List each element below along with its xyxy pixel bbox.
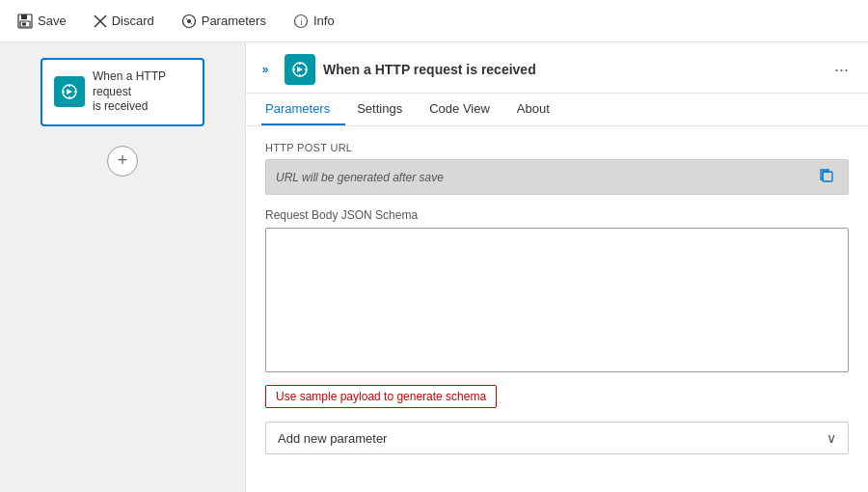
save-label: Save [38, 14, 67, 28]
svg-rect-22 [823, 172, 832, 181]
more-options-button[interactable]: ··· [830, 61, 853, 78]
svg-point-19 [305, 68, 307, 70]
parameters-label: Parameters [202, 14, 266, 28]
copy-url-button[interactable] [815, 166, 838, 188]
trigger-node-label: When a HTTP requestis received [93, 69, 191, 115]
parameters-icon [181, 14, 197, 29]
more-icon: ··· [834, 60, 849, 79]
url-field: URL will be generated after save [265, 159, 849, 195]
tab-parameters[interactable]: Parameters [261, 94, 345, 125]
add-step-icon: + [118, 150, 128, 171]
sample-payload-button[interactable]: Use sample payload to generate schema [265, 385, 497, 408]
svg-point-13 [68, 85, 70, 87]
discard-icon [94, 14, 107, 28]
trigger-node-icon [54, 76, 85, 107]
left-panel: When a HTTP requestis received + [0, 42, 246, 492]
svg-line-9 [190, 22, 191, 23]
sample-payload-label: Use sample payload to generate schema [276, 390, 486, 403]
discard-label: Discard [112, 14, 154, 28]
panel-content: HTTP POST URL URL will be generated afte… [246, 126, 868, 492]
add-step-button[interactable]: + [107, 146, 138, 177]
svg-text:i: i [300, 17, 302, 27]
save-icon [17, 14, 33, 29]
toolbar: Save Discard Parameters i Info [0, 0, 868, 42]
chevron-down-icon: ∨ [827, 430, 836, 446]
expand-button[interactable]: » [254, 58, 277, 81]
save-button[interactable]: Save [15, 10, 68, 33]
svg-point-16 [63, 91, 65, 93]
svg-point-15 [68, 96, 70, 98]
discard-button[interactable]: Discard [92, 10, 156, 32]
right-panel: » When a HTTP request is received ··· [246, 42, 868, 492]
tab-about[interactable]: About [513, 94, 565, 125]
info-icon: i [293, 14, 309, 29]
schema-label: Request Body JSON Schema [265, 208, 849, 222]
schema-textarea[interactable] [265, 228, 849, 372]
info-button[interactable]: i Info [291, 10, 337, 33]
http-post-url-label: HTTP POST URL [265, 142, 849, 153]
tab-settings[interactable]: Settings [353, 94, 418, 125]
copy-icon [819, 168, 834, 183]
parameters-button[interactable]: Parameters [179, 10, 268, 33]
panel-node-icon [285, 54, 315, 85]
add-param-label: Add new parameter [278, 431, 387, 446]
svg-rect-3 [22, 22, 26, 25]
svg-line-8 [186, 18, 187, 19]
url-placeholder-text: URL will be generated after save [276, 171, 815, 184]
info-label: Info [313, 14, 335, 28]
panel-title: When a HTTP request is received [323, 62, 823, 77]
tab-code-view[interactable]: Code View [425, 94, 505, 125]
svg-point-21 [293, 68, 295, 70]
panel-header: » When a HTTP request is received ··· [246, 42, 868, 94]
tabs-bar: Parameters Settings Code View About [246, 94, 868, 126]
expand-icon: » [262, 63, 269, 76]
svg-point-20 [299, 74, 301, 76]
trigger-node-card[interactable]: When a HTTP requestis received [41, 58, 204, 126]
svg-point-14 [74, 91, 76, 93]
svg-point-18 [299, 63, 301, 65]
main-layout: When a HTTP requestis received + » [0, 42, 868, 492]
add-parameter-row[interactable]: Add new parameter ∨ [265, 422, 849, 454]
svg-rect-1 [21, 14, 27, 19]
svg-point-7 [187, 19, 191, 23]
